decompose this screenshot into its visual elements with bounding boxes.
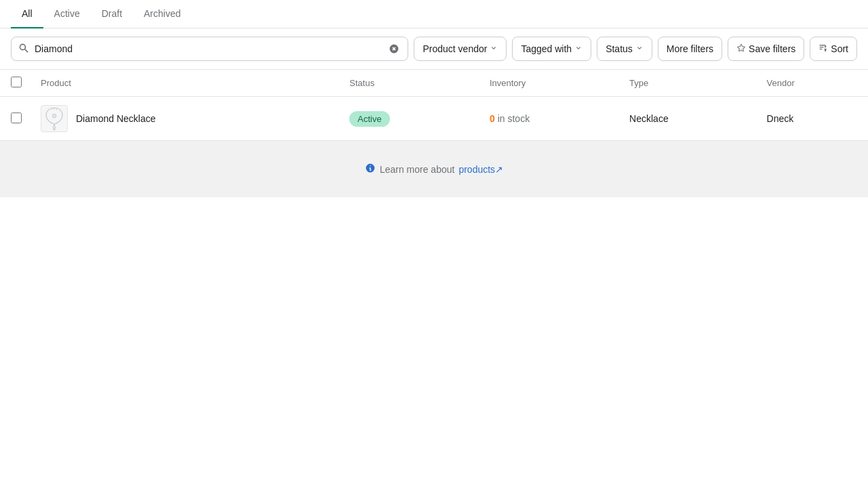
inventory-cell: 0 in stock: [479, 97, 618, 141]
more-filters-button[interactable]: More filters: [658, 37, 722, 61]
chevron-down-icon: [574, 43, 583, 54]
type-column-header: Type: [618, 70, 755, 97]
sort-icon: [818, 43, 828, 55]
products-link[interactable]: products↗: [458, 164, 503, 175]
tagged-with-filter-label: Tagged with: [521, 43, 572, 54]
table-row[interactable]: Diamond Necklace Active 0 in stock Neckl…: [0, 97, 868, 141]
search-input[interactable]: [35, 43, 382, 54]
svg-point-1: [52, 114, 56, 118]
svg-point-0: [54, 129, 56, 131]
chevron-down-icon: [635, 43, 644, 54]
status-filter-button[interactable]: Status: [597, 37, 652, 61]
more-filters-label: More filters: [667, 43, 713, 54]
product-thumbnail: [41, 105, 68, 132]
inventory-column-header: Inventory: [479, 70, 618, 97]
tab-archived[interactable]: Archived: [133, 0, 191, 28]
product-vendor-filter-button[interactable]: Product vendor: [414, 37, 507, 61]
product-name: Diamond Necklace: [76, 113, 156, 124]
products-table-container: Product Status Inventory Type Vendor: [0, 69, 868, 141]
products-table: Product Status Inventory Type Vendor: [0, 69, 868, 141]
row-checkbox[interactable]: [11, 113, 22, 123]
star-icon: [736, 43, 746, 55]
status-badge: Active: [349, 111, 389, 127]
product-cell[interactable]: Diamond Necklace: [30, 97, 338, 141]
status-filter-label: Status: [606, 43, 633, 54]
products-link-text: products: [458, 164, 495, 175]
tab-draft[interactable]: Draft: [91, 0, 133, 28]
search-icon: [18, 43, 29, 56]
tab-active[interactable]: Active: [43, 0, 91, 28]
vendor-column-header: Vendor: [756, 70, 868, 97]
clear-search-button[interactable]: [387, 42, 401, 56]
select-all-checkbox-header[interactable]: [0, 70, 30, 97]
row-checkbox-cell[interactable]: [0, 97, 30, 141]
inventory-count: 0: [490, 113, 495, 124]
footer-info-text: Learn more about: [380, 164, 455, 175]
footer-info: Learn more about products↗: [0, 141, 868, 197]
sort-button[interactable]: Sort: [810, 37, 857, 61]
status-cell: Active: [338, 97, 479, 141]
type-cell: Necklace: [618, 97, 755, 141]
search-wrapper: [11, 37, 408, 61]
save-filters-button[interactable]: Save filters: [728, 37, 804, 61]
sort-label: Sort: [831, 43, 848, 54]
inventory-label: in stock: [498, 113, 530, 124]
tagged-with-filter-button[interactable]: Tagged with: [512, 37, 591, 61]
tab-all[interactable]: All: [11, 0, 43, 28]
product-vendor-filter-label: Product vendor: [422, 43, 487, 54]
select-all-checkbox[interactable]: [11, 77, 22, 87]
page-container: All Active Draft Archived Product vendor: [0, 0, 868, 488]
chevron-down-icon: [490, 43, 498, 54]
save-filters-label: Save filters: [749, 43, 795, 54]
vendor-cell: Dneck: [756, 97, 868, 141]
table-header-row: Product Status Inventory Type Vendor: [0, 70, 868, 97]
info-icon: [365, 163, 376, 176]
product-column-header: Product: [30, 70, 338, 97]
tabs-bar: All Active Draft Archived: [0, 0, 868, 28]
status-column-header: Status: [338, 70, 479, 97]
toolbar: Product vendor Tagged with Status: [0, 28, 868, 69]
